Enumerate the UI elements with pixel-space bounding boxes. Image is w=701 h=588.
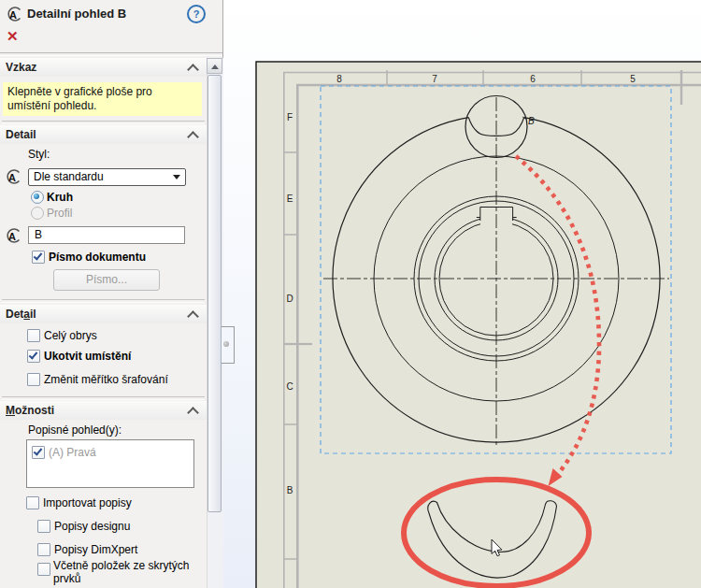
checkbox-importovat-popisy[interactable] bbox=[26, 496, 39, 509]
svg-text:A: A bbox=[8, 172, 16, 183]
section-label-detail-options: Detail bbox=[6, 308, 36, 321]
svg-text:A: A bbox=[8, 231, 16, 242]
chevron-up-icon[interactable] bbox=[187, 131, 199, 143]
checkbox-cely-obrys-label[interactable]: Celý obrys bbox=[44, 329, 97, 342]
solidworks-window: 8 7 6 5 F E D C B bbox=[0, 0, 701, 588]
radio-profil bbox=[31, 207, 44, 220]
property-manager-panel: A Detailní pohled B ? ✕ Vzkaz Klepněte v… bbox=[0, 0, 223, 588]
checkbox-a-prava[interactable] bbox=[32, 446, 45, 459]
arrow-up-icon bbox=[211, 65, 219, 69]
section-divider bbox=[2, 121, 205, 124]
section-divider bbox=[2, 299, 205, 303]
detail-view-icon: A bbox=[6, 5, 24, 23]
section-header-moznosti[interactable]: Možnosti bbox=[0, 401, 207, 420]
radio-kruh[interactable] bbox=[31, 191, 44, 204]
checkbox-popisy-dimxpert-label[interactable]: Popisy DimXpert bbox=[54, 543, 137, 556]
chevron-down-icon[interactable] bbox=[173, 175, 180, 179]
scrollbar-up-button[interactable] bbox=[207, 58, 222, 74]
popisne-pohledy-label: Popisné pohled(y): bbox=[28, 423, 122, 437]
drawing-sheet-svg: 8 7 6 5 F E D C B bbox=[222, 0, 701, 588]
detail-name-icon: A bbox=[5, 226, 23, 245]
checkbox-ukotvit-label[interactable]: Ukotvit umístění bbox=[44, 350, 131, 363]
detail-style-icon: A bbox=[5, 167, 23, 186]
checkbox-popisy-dimxpert[interactable] bbox=[37, 543, 50, 556]
chevron-up-icon[interactable] bbox=[187, 310, 199, 323]
checkbox-pismo-dokumentu[interactable] bbox=[32, 251, 45, 264]
zone-col-7: 7 bbox=[432, 74, 437, 84]
zone-row-f: F bbox=[287, 112, 293, 122]
detail-name-value: B bbox=[35, 228, 42, 242]
zone-col-6: 6 bbox=[530, 74, 536, 84]
checkbox-zmenit-label[interactable]: Změnit měřítko šrafování bbox=[44, 373, 168, 386]
svg-text:A: A bbox=[9, 9, 17, 21]
section-label-moznosti: Možnosti bbox=[6, 404, 54, 417]
style-combobox[interactable]: Dle standardu bbox=[28, 168, 186, 186]
scrollbar-thumb[interactable] bbox=[207, 75, 222, 512]
detail-name-field[interactable]: B bbox=[28, 226, 185, 244]
propertymanager-flyout-tab[interactable] bbox=[222, 326, 235, 364]
styl-label: Styl: bbox=[28, 148, 50, 161]
zone-row-c: C bbox=[286, 381, 293, 392]
section-header-detail-style[interactable]: Detail bbox=[0, 125, 207, 144]
list-item-a-prava[interactable]: (A) Pravá bbox=[49, 446, 96, 459]
help-icon[interactable]: ? bbox=[187, 5, 206, 23]
radio-kruh-label[interactable]: Kruh bbox=[47, 191, 73, 204]
panel-title: Detailní pohled B bbox=[27, 7, 126, 21]
flyout-pin-icon[interactable] bbox=[223, 341, 229, 347]
detail-circle-label[interactable]: B bbox=[528, 116, 535, 126]
section-header-detail-options[interactable]: Detail bbox=[0, 305, 207, 323]
sheet-paper[interactable] bbox=[256, 62, 701, 588]
checkbox-ukotvit-umisteni[interactable] bbox=[27, 350, 40, 363]
checkbox-zmenit-meritko[interactable] bbox=[27, 373, 40, 386]
zone-col-5: 5 bbox=[630, 74, 636, 84]
checkbox-popisy-designu-label[interactable]: Popisy designu bbox=[54, 520, 130, 533]
checkbox-popisy-designu[interactable] bbox=[37, 520, 50, 533]
style-combobox-value: Dle standardu bbox=[34, 170, 104, 184]
annotation-views-listbox[interactable]: (A) Pravá bbox=[26, 439, 194, 488]
pismo-button: Písmo... bbox=[53, 269, 160, 291]
section-divider bbox=[2, 396, 205, 400]
graphics-area[interactable]: 8 7 6 5 F E D C B bbox=[222, 0, 701, 588]
radio-profil-label: Profil bbox=[47, 207, 72, 220]
zone-row-e: E bbox=[287, 194, 293, 204]
cancel-icon[interactable]: ✕ bbox=[7, 29, 19, 43]
zone-row-b: B bbox=[287, 485, 293, 495]
section-label-vzkaz: Vzkaz bbox=[6, 61, 36, 74]
checkbox-importovat-label[interactable]: Importovat popisy bbox=[43, 496, 132, 509]
checkbox-vcetne-label[interactable]: Včetně položek ze skrytých prvků bbox=[53, 559, 195, 585]
chevron-up-icon[interactable] bbox=[187, 64, 199, 76]
chevron-up-icon[interactable] bbox=[187, 407, 199, 419]
section-label-detail-style: Detail bbox=[6, 128, 36, 141]
header-separator bbox=[0, 52, 222, 56]
zone-col-8: 8 bbox=[336, 74, 342, 84]
checkbox-cely-obrys[interactable] bbox=[27, 329, 40, 342]
checkbox-pismo-label[interactable]: Písmo dokumentu bbox=[49, 251, 146, 264]
message-box: Klepněte v grafické ploše pro umístění p… bbox=[3, 82, 202, 116]
section-header-vzkaz[interactable]: Vzkaz bbox=[0, 58, 207, 77]
zone-row-d: D bbox=[286, 294, 293, 304]
checkbox-vcetne-polozek[interactable] bbox=[37, 563, 50, 576]
